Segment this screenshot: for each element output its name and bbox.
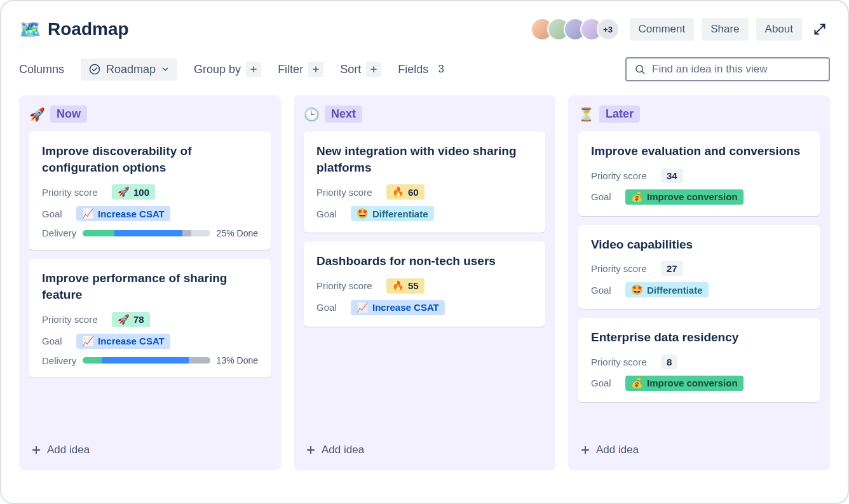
idea-card[interactable]: Video capabilities Priority score 27 Goa… [578, 225, 820, 310]
priority-pill: 8 [661, 355, 677, 369]
card-title: Enterprise data residency [591, 329, 807, 346]
goal-label: Goal [591, 378, 619, 388]
about-button[interactable]: About [756, 18, 802, 41]
idea-card[interactable]: Improve performance of sharing feature P… [29, 259, 271, 377]
goal-emoji-icon: 💰 [631, 378, 643, 389]
priority-score-label: Priority score [316, 187, 380, 198]
priority-score-label: Priority score [591, 263, 655, 274]
column-title: Next [325, 106, 362, 123]
search-input[interactable] [652, 63, 821, 76]
card-title: Improve performance of sharing feature [42, 270, 258, 303]
goal-pill: 📈 Increase CSAT [76, 206, 170, 221]
progress-text: 25% Done [217, 228, 258, 238]
search-input-wrap[interactable] [625, 57, 830, 81]
check-circle-icon [88, 63, 101, 76]
fields-count: 3 [433, 62, 449, 77]
expand-icon[interactable] [810, 23, 830, 36]
sort-label: Sort [340, 63, 361, 76]
priority-value: 78 [133, 314, 144, 325]
add-idea-label: Add idea [596, 444, 639, 456]
svg-point-0 [90, 65, 100, 74]
delivery-label: Delivery [42, 355, 76, 366]
page-title: 🗺️ Roadmap [19, 19, 129, 40]
priority-pill: 🔥 60 [386, 184, 424, 200]
goal-pill: 💰 Improve conversion [625, 376, 744, 391]
priority-pill: 34 [661, 168, 683, 183]
columns-chip[interactable]: Roadmap [81, 58, 177, 81]
comment-button[interactable]: Comment [630, 18, 695, 41]
priority-pill: 🚀 78 [112, 312, 150, 327]
avatar-overflow[interactable]: +3 [597, 18, 620, 41]
priority-score-label: Priority score [591, 357, 655, 367]
board-column: 🕒 NextNew integration with video sharing… [294, 95, 555, 470]
priority-pill: 27 [661, 261, 683, 276]
board-column: ⏳ LaterImprove evaluation and conversion… [568, 95, 830, 470]
collaborator-avatars[interactable]: +3 [531, 18, 620, 41]
priority-value: 60 [408, 187, 419, 198]
add-idea-label: Add idea [322, 444, 364, 456]
share-button[interactable]: Share [702, 18, 748, 41]
goal-pill: 💰 Improve conversion [625, 189, 744, 205]
group-by-button[interactable]: Group by [194, 62, 261, 77]
goal-label: Goal [591, 191, 619, 202]
search-icon [634, 64, 646, 75]
goal-text: Increase CSAT [98, 336, 165, 346]
goal-label: Goal [42, 208, 70, 219]
filter-button[interactable]: Filter [278, 62, 323, 77]
goal-text: Increase CSAT [98, 208, 165, 219]
columns-chip-label: Roadmap [106, 63, 156, 76]
goal-emoji-icon: 💰 [631, 191, 643, 203]
priority-score-label: Priority score [42, 314, 105, 325]
priority-emoji-icon: 🚀 [118, 186, 130, 198]
priority-pill: 🚀 100 [112, 184, 155, 200]
page-title-text: Roadmap [48, 19, 129, 39]
progress-bar [83, 230, 210, 236]
plus-icon [308, 62, 323, 77]
column-title: Now [50, 106, 87, 123]
goal-emoji-icon: 📈 [82, 208, 94, 219]
priority-emoji-icon: 🔥 [392, 280, 404, 292]
goal-text: Improve conversion [647, 191, 738, 202]
goal-label: Goal [316, 208, 344, 219]
card-title: Dashboards for non-tech users [316, 253, 533, 269]
idea-card[interactable]: Dashboards for non-tech users Priority s… [304, 242, 545, 327]
add-idea-button[interactable]: Add idea [578, 440, 820, 460]
column-emoji-icon: ⏳ [578, 107, 594, 122]
idea-card[interactable]: New integration with video sharing platf… [304, 132, 545, 233]
column-emoji-icon: 🚀 [29, 107, 45, 122]
idea-card[interactable]: Enterprise data residency Priority score… [578, 318, 820, 402]
fields-button[interactable]: Fields 3 [398, 62, 449, 77]
sort-button[interactable]: Sort [340, 62, 381, 77]
idea-card[interactable]: Improve discoverability of configuration… [29, 132, 271, 250]
priority-pill: 🔥 55 [386, 278, 424, 294]
idea-card[interactable]: Improve evaluation and conversions Prior… [578, 132, 820, 216]
goal-emoji-icon: 📈 [82, 336, 94, 347]
plus-icon [31, 444, 42, 456]
goal-text: Improve conversion [647, 378, 738, 388]
goal-pill: 📈 Increase CSAT [76, 334, 170, 349]
columns-label: Columns [19, 63, 64, 76]
delivery-label: Delivery [42, 228, 76, 238]
priority-score-label: Priority score [316, 280, 380, 291]
goal-label: Goal [42, 336, 70, 346]
map-icon: 🗺️ [19, 19, 41, 40]
column-emoji-icon: 🕒 [304, 107, 320, 122]
priority-emoji-icon: 🚀 [118, 314, 130, 325]
delivery-progress: 13% Done [83, 355, 258, 365]
priority-value: 55 [408, 280, 419, 291]
goal-label: Goal [316, 302, 344, 313]
svg-point-1 [636, 65, 643, 72]
priority-value: 27 [667, 263, 677, 274]
group-by-label: Group by [194, 63, 241, 76]
delivery-progress: 25% Done [83, 228, 258, 238]
add-idea-button[interactable]: Add idea [29, 440, 271, 460]
progress-bar [83, 357, 210, 364]
chevron-down-icon [161, 65, 170, 74]
add-idea-button[interactable]: Add idea [304, 440, 545, 460]
card-title: Improve evaluation and conversions [591, 143, 807, 160]
goal-emoji-icon: 📈 [357, 302, 369, 313]
priority-value: 100 [133, 187, 149, 198]
goal-pill: 🤩 Differentiate [351, 206, 434, 221]
card-title: Improve discoverability of configuration… [42, 143, 258, 175]
plus-icon [305, 444, 316, 456]
